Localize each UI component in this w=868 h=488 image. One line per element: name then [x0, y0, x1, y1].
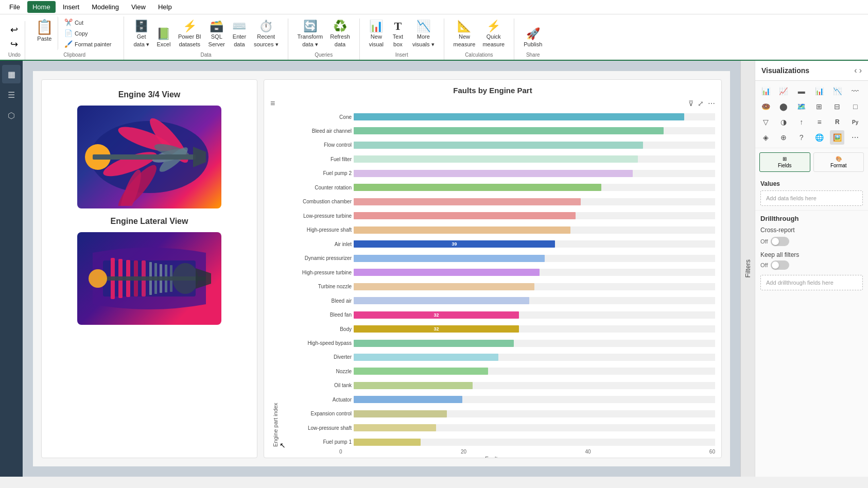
viz-matrix-icon[interactable]: ⊟: [830, 99, 844, 114]
viz-current-icon[interactable]: 🖼️: [830, 130, 844, 145]
engine-34-title: Engine 3/4 View: [118, 90, 181, 99]
redo-button[interactable]: ↪: [9, 38, 19, 51]
model-view-button[interactable]: ⬡: [2, 106, 21, 125]
format-painter-button[interactable]: 🖌️ Format painter: [61, 39, 115, 49]
menu-item-home[interactable]: Home: [27, 1, 56, 13]
bar-fill-23[interactable]: [354, 439, 421, 446]
bar-fill-11[interactable]: [354, 269, 540, 276]
drillthrough-fields-drop[interactable]: Add drillthrough fields here: [760, 275, 863, 290]
data-view-button[interactable]: ☰: [2, 85, 21, 104]
viz-shapes-icon[interactable]: ◈: [758, 130, 773, 145]
sql-server-button[interactable]: 🗃️ SQLServer: [205, 19, 228, 50]
report-view-button[interactable]: ▦: [2, 65, 21, 83]
menu-item-help[interactable]: Help: [153, 1, 177, 13]
enter-data-button[interactable]: ⌨️ Enterdata: [229, 19, 250, 50]
viz-decomp-icon[interactable]: ⊕: [776, 130, 791, 145]
bar-fill-15[interactable]: 32: [354, 325, 519, 333]
more-options-icon[interactable]: ⋯: [708, 99, 715, 108]
engine-visual-panel[interactable]: Engine 3/4 View: [41, 79, 257, 458]
cut-label: Cut: [75, 20, 83, 26]
viz-pie-icon[interactable]: 🍩: [758, 99, 773, 114]
publish-button[interactable]: 🚀 Publish: [520, 26, 545, 50]
bar-track-5: [354, 184, 715, 191]
text-box-button[interactable]: T Textbox: [388, 19, 408, 50]
bar-fill-13[interactable]: [354, 297, 529, 304]
bar-fill-16[interactable]: [354, 340, 514, 347]
bar-fill-7[interactable]: [354, 212, 576, 219]
expand-icon[interactable]: ⤢: [698, 99, 704, 108]
bar-fill-6[interactable]: [354, 198, 581, 205]
viz-scatter-icon[interactable]: ⬤: [776, 99, 791, 114]
viz-card-icon[interactable]: □: [848, 99, 862, 114]
get-data-button[interactable]: 🗄️ Getdata ▾: [130, 19, 152, 50]
viz-collapse-icon[interactable]: ‹: [854, 66, 857, 75]
transform-data-button[interactable]: 🔄 Transformdata ▾: [294, 19, 326, 50]
powerbi-datasets-button[interactable]: ⚡ Power BIdatasets: [175, 19, 204, 50]
bar-fill-14[interactable]: 32: [354, 311, 519, 319]
undo-button[interactable]: ↩: [9, 23, 19, 37]
keep-filters-toggle[interactable]: [771, 260, 789, 270]
more-visuals-button[interactable]: 📉 Morevisuals ▾: [409, 19, 438, 50]
viz-stacked-bar-icon[interactable]: 📊: [758, 84, 773, 98]
viz-more-icon[interactable]: ⋯: [848, 130, 862, 145]
bar-fill-19[interactable]: [354, 382, 473, 389]
viz-line-icon[interactable]: 📉: [830, 84, 844, 98]
bar-fill-3[interactable]: [354, 155, 638, 163]
bar-row-16: High-speed bypass: [285, 339, 715, 348]
viz-qna-icon[interactable]: ?: [794, 130, 809, 145]
bar-fill-18[interactable]: [354, 368, 488, 375]
excel-button[interactable]: 📗 Excel: [153, 26, 174, 50]
viz-expand-icon[interactable]: ›: [859, 66, 862, 75]
bar-fill-12[interactable]: [354, 283, 534, 290]
bar-fill-1[interactable]: [354, 127, 664, 134]
canvas-area[interactable]: Engine 3/4 View: [23, 61, 740, 477]
viz-r-icon[interactable]: R: [830, 115, 844, 129]
filters-panel: Filters: [740, 61, 755, 477]
bar-fill-17[interactable]: [354, 354, 498, 361]
bar-fill-22[interactable]: [354, 424, 436, 431]
cut-button[interactable]: ✂️ Cut: [61, 18, 115, 27]
menu-item-file[interactable]: File: [4, 1, 25, 13]
refresh-data-button[interactable]: ♻️ Refreshdata: [327, 19, 353, 50]
new-visual-button[interactable]: 📊 Newvisual: [366, 19, 387, 50]
viz-kpi-icon[interactable]: ↑: [794, 115, 809, 129]
chart-panel[interactable]: Faults by Engine Part ≡ ⊽ ⤢ ⋯ Engine par…: [264, 79, 722, 458]
viz-table-icon[interactable]: ⊞: [812, 99, 826, 114]
copy-button[interactable]: 📄 Copy: [61, 28, 115, 38]
bar-fill-8[interactable]: [354, 226, 570, 234]
bar-fill-9[interactable]: 39: [354, 240, 555, 248]
viz-global-map-icon[interactable]: 🌐: [812, 130, 826, 145]
paste-button[interactable]: 📋 Paste: [31, 16, 58, 50]
menu-item-view[interactable]: View: [126, 1, 151, 13]
viz-column-icon[interactable]: 📊: [812, 84, 826, 98]
bar-fill-0[interactable]: [354, 113, 684, 120]
viz-py-icon[interactable]: Py: [848, 115, 862, 129]
viz-gauge-icon[interactable]: ◑: [776, 115, 791, 129]
quick-measure-button[interactable]: ⚡ Quickmeasure: [479, 19, 508, 50]
viz-fields-tab[interactable]: ⊞ Fields: [759, 152, 810, 172]
bar-label-20: Actuator: [285, 397, 352, 403]
bar-fill-2[interactable]: [354, 142, 643, 149]
bar-label-11: High-pressure turbine: [285, 270, 352, 275]
x-axis-ticks: 0 20 40 60: [270, 449, 715, 455]
values-drop-zone[interactable]: Add data fields here: [760, 190, 863, 206]
viz-area-icon[interactable]: 〰: [848, 84, 862, 98]
menu-item-modeling[interactable]: Modeling: [86, 1, 124, 13]
bar-fill-21[interactable]: [354, 410, 447, 417]
viz-funnel-icon[interactable]: ▽: [758, 115, 773, 129]
bar-fill-20[interactable]: [354, 396, 462, 403]
viz-slicer-icon[interactable]: ≡: [812, 115, 826, 129]
viz-clustered-bar-icon[interactable]: 📈: [776, 84, 791, 98]
bar-fill-4[interactable]: [354, 170, 633, 177]
menu-item-insert[interactable]: Insert: [58, 1, 85, 13]
recent-sources-button[interactable]: ⏱️ Recentsources ▾: [251, 19, 282, 50]
viz-map-icon[interactable]: 🗺️: [794, 99, 809, 114]
bar-fill-5[interactable]: [354, 184, 601, 191]
viz-format-tab[interactable]: 🎨 Format: [813, 152, 864, 172]
hamburger-icon[interactable]: ≡: [270, 99, 275, 108]
bar-fill-10[interactable]: [354, 255, 545, 262]
cross-report-toggle[interactable]: [771, 237, 789, 246]
viz-100-bar-icon[interactable]: ▬: [794, 84, 809, 98]
new-measure-button[interactable]: 📐 Newmeasure: [450, 19, 479, 50]
filter-icon[interactable]: ⊽: [688, 99, 693, 108]
